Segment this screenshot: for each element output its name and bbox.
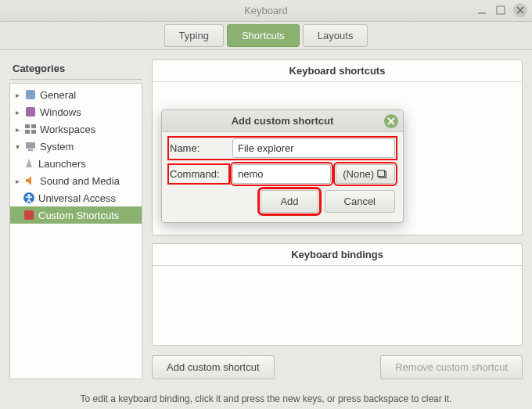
sidebar-item-sound-media[interactable]: ▸ Sound and Media: [10, 172, 142, 189]
window-controls: [476, 3, 527, 17]
accessibility-icon: [23, 192, 35, 204]
launchers-icon: [23, 157, 35, 170]
sidebar-item-label: Sound and Media: [40, 175, 120, 187]
categories-sidebar: Categories ▸ General ▸ Windows ▸: [9, 59, 142, 379]
svg-rect-6: [25, 130, 30, 134]
svg-rect-14: [378, 170, 385, 176]
chevron-right-icon: ▸: [13, 125, 21, 134]
command-picker-button[interactable]: (None): [336, 164, 395, 184]
footer-hint-text: To edit a keyboard binding, click it and…: [81, 393, 452, 404]
sidebar-item-custom-shortcuts[interactable]: Custom Shortcuts: [10, 206, 142, 224]
svg-rect-5: [31, 124, 36, 128]
dialog-close-button[interactable]: [384, 114, 398, 128]
svg-rect-3: [26, 107, 35, 117]
tab-bar: Typing Shortcuts Layouts: [0, 22, 532, 50]
workspaces-icon: [24, 123, 37, 135]
svg-point-11: [28, 194, 31, 196]
chevron-right-icon: ▸: [13, 108, 21, 117]
folder-open-icon: [377, 169, 388, 180]
close-icon: [387, 117, 395, 125]
chevron-right-icon: ▸: [13, 91, 21, 99]
remove-custom-shortcut-button: Remove custom shortcut: [380, 355, 523, 379]
svg-rect-1: [497, 6, 505, 14]
bottom-actions: Add custom shortcut Remove custom shortc…: [152, 355, 523, 379]
sidebar-item-general[interactable]: ▸ General: [10, 86, 142, 103]
custom-shortcuts-icon: [23, 209, 35, 221]
sidebar-item-workspaces[interactable]: ▸ Workspaces: [10, 120, 142, 138]
command-row: Command: (None): [170, 164, 395, 184]
dialog-titlebar: Add custom shortcut: [162, 110, 403, 132]
windows-icon: [24, 106, 37, 118]
sidebar-item-label: Windows: [40, 106, 81, 118]
command-input[interactable]: [232, 164, 331, 184]
footer-hint: To edit a keyboard binding, click it and…: [0, 389, 532, 409]
svg-rect-7: [31, 130, 36, 134]
sidebar-item-label: Custom Shortcuts: [38, 210, 119, 221]
svg-rect-4: [25, 124, 30, 128]
system-icon: [24, 140, 37, 152]
window-titlebar: Keyboard: [0, 0, 532, 22]
add-shortcut-dialog: Add custom shortcut Name: Command: (None…: [161, 109, 404, 223]
dialog-actions: Add Cancel: [170, 190, 395, 213]
sound-icon: [24, 174, 37, 187]
name-label: Name:: [170, 142, 228, 154]
svg-rect-0: [478, 13, 486, 14]
dialog-title: Add custom shortcut: [232, 115, 334, 127]
tab-typing[interactable]: Typing: [164, 24, 224, 47]
sidebar-item-launchers[interactable]: Launchers: [10, 155, 142, 172]
command-label: Command:: [170, 166, 228, 182]
spacer: [282, 355, 373, 379]
svg-rect-8: [26, 142, 35, 149]
name-input[interactable]: [232, 138, 395, 158]
keyboard-shortcuts-title: Keyboard shortcuts: [153, 60, 522, 82]
categories-tree[interactable]: ▸ General ▸ Windows ▸ Workspaces: [9, 83, 142, 379]
keyboard-bindings-box: Keyboard bindings: [152, 243, 523, 346]
sidebar-item-label: General: [40, 89, 76, 101]
close-button[interactable]: [513, 3, 527, 17]
tab-shortcuts[interactable]: Shortcuts: [227, 24, 300, 47]
sidebar-item-label: System: [40, 141, 74, 152]
sidebar-item-windows[interactable]: ▸ Windows: [10, 103, 142, 120]
chevron-down-icon: ▾: [13, 142, 21, 151]
minimize-button[interactable]: [476, 4, 488, 16]
dialog-cancel-button[interactable]: Cancel: [325, 190, 395, 213]
maximize-icon: [496, 5, 505, 15]
dialog-body: Name: Command: (None) Add Cancel: [162, 132, 403, 222]
tab-layouts[interactable]: Layouts: [303, 24, 368, 47]
sidebar-item-label: Workspaces: [40, 124, 95, 135]
svg-rect-12: [24, 210, 34, 220]
svg-rect-9: [28, 149, 33, 151]
window-title: Keyboard: [244, 5, 288, 16]
dialog-add-button[interactable]: Add: [261, 190, 318, 213]
maximize-button[interactable]: [494, 4, 507, 16]
chevron-right-icon: ▸: [13, 177, 21, 185]
keyboard-bindings-title: Keyboard bindings: [153, 244, 522, 266]
minimize-icon: [477, 5, 487, 15]
categories-title: Categories: [9, 59, 142, 80]
sidebar-item-label: Universal Access: [38, 192, 116, 204]
sidebar-item-universal-access[interactable]: Universal Access: [10, 189, 142, 206]
sidebar-item-system[interactable]: ▾ System: [10, 138, 142, 155]
general-icon: [24, 88, 37, 101]
close-icon: [516, 6, 524, 14]
svg-rect-2: [26, 90, 35, 99]
name-row: Name:: [170, 138, 395, 158]
sidebar-item-label: Launchers: [38, 158, 86, 170]
command-picker-label: (None): [343, 168, 374, 180]
add-custom-shortcut-button[interactable]: Add custom shortcut: [152, 355, 275, 379]
